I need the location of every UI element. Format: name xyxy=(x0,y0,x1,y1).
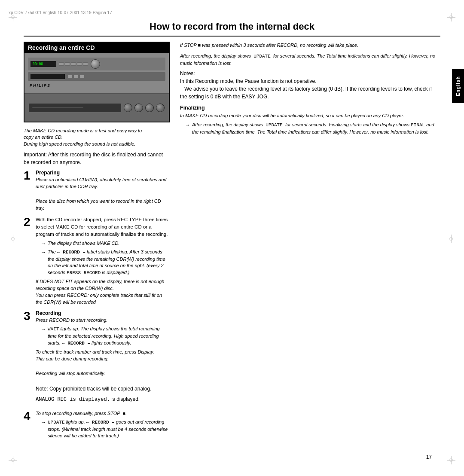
arrow-icon-3: → xyxy=(41,326,46,332)
step-3-content: Recording Press RECORD to start recordin… xyxy=(36,310,170,406)
note-2: We advise you to leave the recording lev… xyxy=(180,85,440,101)
caption-line1: The MAKE CD recording mode is a fast and… xyxy=(24,128,170,147)
step-3-text-italic: Press RECORD to start recording. xyxy=(36,317,170,324)
philips-logo: PHILIPS xyxy=(30,83,164,88)
step-1-text1: Place an unfinalized CDR(W), absolutely … xyxy=(36,177,170,190)
ctrl-btn-5 xyxy=(83,62,88,66)
step-2-arrow2-text: The ← RECORD – label starts blinking. Af… xyxy=(48,249,170,277)
main-content: How to record from the internal deck Rec… xyxy=(0,17,464,469)
finalizing-section: Finalizing In MAKE CD recording mode you… xyxy=(180,105,440,136)
step-4-arrow1: → UPDATE lights up. ← RECORD – goes out … xyxy=(41,419,170,440)
step-2-if-text1: If DOES NOT FIT appears on the display, … xyxy=(36,278,170,292)
step-3-check2: This can be done during recording. xyxy=(36,356,170,363)
step-2: 2 With the CD recorder stopped, press RE… xyxy=(24,216,170,306)
tray-button-1 xyxy=(124,104,132,112)
step-2-arrow2: → The ← RECORD – label starts blinking. … xyxy=(41,249,170,277)
important-note: Important: After this recording the disc… xyxy=(24,151,170,166)
step-3-stop-text: Recording will stop automatically. xyxy=(36,370,170,377)
step-4: 4 To stop recording manually, press STOP… xyxy=(24,410,170,442)
step-2-number: 2 xyxy=(24,216,32,228)
page-wrapper: xp CDR 775/00:1 english 10-07-2001 13:19… xyxy=(0,0,464,476)
right-column: If STOP ■ was pressed within 3 seconds a… xyxy=(180,42,440,137)
step-2-text-normal: With the CD recorder stopped, press REC … xyxy=(36,216,170,238)
step-1-text2: Place the disc from which you want to re… xyxy=(36,198,170,212)
tray-button-3 xyxy=(145,104,154,112)
two-column-layout: Recording an entire CD 00:00 xyxy=(24,42,440,445)
cd-panel: 00:00 xyxy=(24,53,169,122)
cd-player-image: 00:00 xyxy=(24,53,169,122)
ctrl-btn-2 xyxy=(65,62,70,66)
step-3-arrow1-text: WAIT lights up. The display shows the to… xyxy=(48,326,170,347)
section-box-title: Recording an entire CD xyxy=(24,43,169,53)
step-3-number: 3 xyxy=(24,310,32,322)
note-1: In this Recording mode, the Pause functi… xyxy=(180,77,440,85)
left-column: Recording an entire CD 00:00 xyxy=(24,42,170,445)
tray-button-4 xyxy=(156,104,165,112)
cd-tray-slot xyxy=(29,104,121,112)
right-stop-note: If STOP ■ was pressed within 3 seconds a… xyxy=(180,42,440,49)
step-4-text-italic: To stop recording manually, press STOP ■… xyxy=(36,410,170,417)
arrow-icon-4: → xyxy=(41,419,46,425)
btn-a xyxy=(67,75,73,78)
finalizing-arrow1-text: After recording, the display shows UPDAT… xyxy=(192,122,440,136)
arrow-icon-final: → xyxy=(185,122,190,128)
step-1-content: Preparing Place an unfinalized CDR(W), a… xyxy=(36,170,170,212)
ctrl-btn-3 xyxy=(71,62,76,66)
step-4-arrow1-text: UPDATE lights up. ← RECORD – goes out an… xyxy=(48,419,170,440)
step-2-if-text2: You can press RECORD: only complete trac… xyxy=(36,292,170,306)
arrow-icon-2: → xyxy=(41,249,46,255)
display-screen: 00:00 xyxy=(31,61,56,67)
step-1: 1 Preparing Place an unfinalized CDR(W),… xyxy=(24,170,170,212)
step-3-arrow1: → WAIT lights up. The display shows the … xyxy=(41,326,170,347)
panel-bottom xyxy=(24,94,169,122)
step-3-check1: To check the track number and track time… xyxy=(36,349,170,356)
file-info: xp CDR 775/00:1 english 10-07-2001 13:19… xyxy=(0,9,464,17)
finalizing-intro: In MAKE CD recording mode your disc will… xyxy=(180,113,440,119)
recording-section-box: Recording an entire CD 00:00 xyxy=(24,42,170,122)
step-1-heading: Preparing xyxy=(36,170,170,176)
ctrl-btn-1 xyxy=(59,62,64,66)
notes-section: Notes: In this Recording mode, the Pause… xyxy=(180,70,440,101)
ctrl-btn-4 xyxy=(77,62,82,66)
step-2-arrow1-text: The display first shows MAKE CD. xyxy=(48,240,120,247)
step-3: 3 Recording Press RECORD to start record… xyxy=(24,310,170,406)
right-after-recording: After recording, the display shows UPDAT… xyxy=(180,52,440,67)
panel-top: 00:00 xyxy=(24,53,169,94)
finalizing-heading: Finalizing xyxy=(180,105,440,111)
step-3-heading: Recording xyxy=(36,310,170,316)
display-bar-2 xyxy=(31,74,65,79)
tray-button-2 xyxy=(134,104,143,112)
step-2-content: With the CD recorder stopped, press REC … xyxy=(36,216,170,306)
volume-knob xyxy=(91,59,100,69)
step-3-note-copy: Note: Copy prohibited tracks will be cop… xyxy=(36,385,170,393)
step-2-arrow1: → The display first shows MAKE CD. xyxy=(41,240,170,247)
btn-c xyxy=(79,75,85,78)
btn-b xyxy=(73,75,79,78)
page-title: How to record from the internal deck xyxy=(24,21,440,37)
arrow-icon-1: → xyxy=(41,241,46,247)
record-label-inline: ← RECORD – xyxy=(57,250,85,255)
notes-label: Notes: xyxy=(180,70,440,76)
finalizing-arrow1: → After recording, the display shows UPD… xyxy=(185,122,440,136)
step-4-content: To stop recording manually, press STOP ■… xyxy=(36,410,170,442)
page-number: 17 xyxy=(24,454,440,460)
step-3-analog-rec: ANALOG REC is displayed. is displayed. xyxy=(36,395,170,403)
step-1-number: 1 xyxy=(24,170,32,182)
step-4-number: 4 xyxy=(24,410,32,422)
